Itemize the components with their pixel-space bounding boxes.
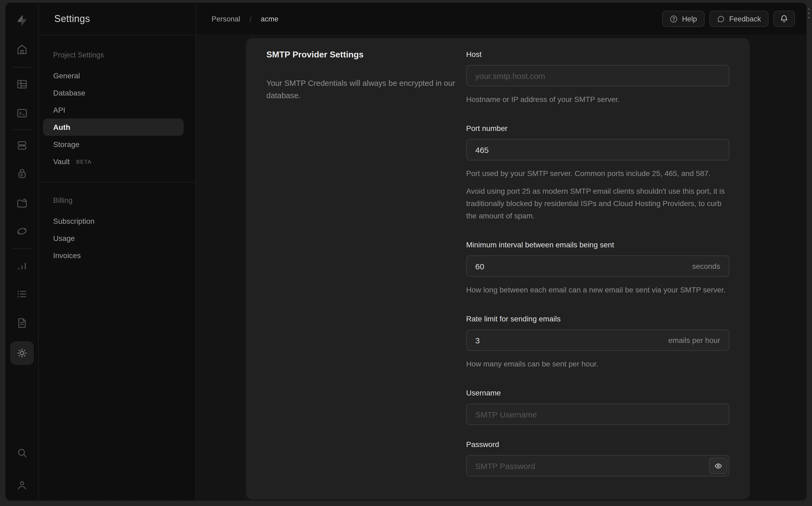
section-label-billing: Billing [39, 195, 196, 206]
storage-icon[interactable] [16, 197, 28, 209]
database-icon[interactable] [16, 140, 28, 151]
content-area: SMTP Provider Settings Your SMTP Credent… [196, 36, 807, 501]
sidebar-item-vault[interactable]: Vault BETA [43, 153, 184, 170]
settings-sidebar: Settings Project Settings General Databa… [39, 3, 196, 501]
panel-heading: SMTP Provider Settings [267, 50, 457, 60]
top-header: Personal / acme Help Feedback [196, 3, 807, 35]
app-window: Settings Project Settings General Databa… [5, 3, 807, 501]
host-input[interactable] [466, 65, 729, 86]
scrollbar-dots[interactable] [808, 8, 810, 19]
bell-icon [780, 14, 788, 23]
breadcrumb-project[interactable]: acme [261, 15, 279, 23]
auth-icon[interactable] [16, 168, 28, 180]
password-input[interactable] [466, 455, 729, 477]
table-editor-icon[interactable] [16, 78, 28, 90]
page-title: Settings [54, 13, 90, 24]
settings-rail-active[interactable] [10, 341, 34, 365]
port-input[interactable] [466, 139, 729, 160]
rail-divider [12, 67, 32, 68]
show-password-button[interactable] [709, 458, 727, 474]
feedback-button[interactable]: Feedback [709, 11, 768, 27]
username-label: Username [466, 388, 729, 398]
interval-label: Minimum interval between emails being se… [466, 239, 729, 250]
desktop-frame: Settings Project Settings General Databa… [0, 0, 812, 506]
sidebar-item-usage[interactable]: Usage [43, 230, 184, 247]
interval-input[interactable] [466, 255, 729, 277]
sidebar-item-subscription[interactable]: Subscription [43, 213, 184, 230]
edge-functions-icon[interactable] [16, 225, 28, 237]
sidebar-item-api[interactable]: API [43, 101, 184, 118]
reports-icon[interactable] [16, 260, 28, 272]
host-helper: Hostname or IP address of your SMTP serv… [466, 93, 729, 106]
notifications-button[interactable] [773, 11, 795, 27]
rate-helper: How many emails can be sent per hour. [466, 358, 729, 370]
smtp-settings-panel: SMTP Provider Settings Your SMTP Credent… [246, 38, 750, 500]
rail-divider [12, 248, 32, 249]
home-icon[interactable] [16, 44, 28, 55]
logs-icon[interactable] [16, 288, 28, 300]
sidebar-item-database[interactable]: Database [43, 84, 184, 101]
sidebar-divider [39, 182, 196, 182]
gear-icon [16, 347, 28, 359]
port-note: Avoid using port 25 as modern SMTP email… [466, 185, 729, 222]
rate-input[interactable] [466, 329, 729, 351]
sidebar-item-auth[interactable]: Auth [43, 118, 184, 136]
panel-description: Your SMTP Credentials will always be enc… [267, 77, 457, 102]
icon-rail [5, 3, 39, 501]
sidebar-header: Settings [39, 3, 196, 35]
docs-icon[interactable] [16, 317, 28, 329]
port-helper: Port used by your SMTP server. Common po… [466, 167, 729, 180]
rail-divider [12, 129, 32, 130]
rate-label: Rate limit for sending emails [466, 313, 729, 324]
username-input[interactable] [466, 404, 729, 425]
password-label: Password [466, 439, 729, 450]
interval-helper: How long between each email can a new em… [466, 284, 729, 296]
sidebar-item-general[interactable]: General [43, 67, 184, 84]
breadcrumb-separator: / [249, 14, 251, 23]
eye-icon [714, 462, 722, 470]
breadcrumb-org[interactable]: Personal [212, 15, 240, 23]
beta-badge: BETA [76, 159, 91, 164]
user-icon[interactable] [16, 479, 28, 491]
help-button[interactable]: Help [662, 11, 705, 27]
help-icon [670, 15, 678, 23]
supabase-logo-icon[interactable] [16, 14, 28, 27]
search-icon[interactable] [16, 447, 28, 459]
sidebar-item-storage[interactable]: Storage [43, 136, 184, 153]
section-label-project-settings: Project Settings [39, 50, 196, 61]
feedback-icon [717, 15, 725, 23]
port-label: Port number [466, 123, 729, 134]
host-label: Host [466, 49, 729, 60]
sql-editor-icon[interactable] [16, 107, 28, 119]
sidebar-item-invoices[interactable]: Invoices [43, 247, 184, 264]
